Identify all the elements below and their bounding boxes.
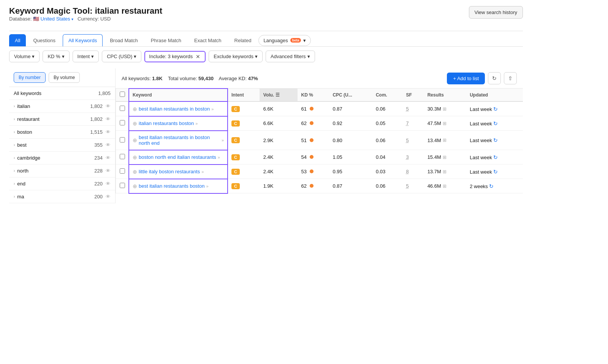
com-cell: 0.06 bbox=[372, 131, 402, 150]
col-com[interactable]: Com. bbox=[372, 89, 402, 101]
select-all-checkbox[interactable] bbox=[120, 92, 125, 97]
export-button[interactable]: ⇧ bbox=[504, 72, 517, 84]
col-updated[interactable]: Updated bbox=[466, 89, 523, 101]
keyword-cell: ⊕ italian restaurants boston » bbox=[129, 116, 228, 131]
keyword-link[interactable]: ⊕ best italian restaurants in boston » bbox=[133, 106, 224, 112]
col-intent[interactable]: Intent bbox=[228, 89, 260, 101]
summary-text: All keywords: 1.8K Total volume: 59,430 … bbox=[122, 76, 258, 81]
col-checkbox bbox=[116, 89, 129, 101]
refresh-icon[interactable]: ↻ bbox=[493, 137, 498, 143]
tab-exact-match[interactable]: Exact Match bbox=[188, 34, 227, 46]
kd-cell: 62 bbox=[298, 179, 329, 193]
results-icon: ⊞ bbox=[443, 106, 446, 112]
eye-icon: 👁 bbox=[106, 168, 111, 174]
plus-icon: ⊕ bbox=[133, 183, 137, 189]
title-prefix: Keyword Magic Tool: bbox=[9, 6, 93, 16]
chevron-right-icon: › bbox=[14, 130, 15, 134]
keyword-link[interactable]: ⊕ best italian restaurants boston » bbox=[133, 183, 224, 189]
cpc-cell: 1.05 bbox=[329, 150, 372, 165]
include-keywords-filter[interactable]: Include: 3 keywords ✕ bbox=[144, 51, 206, 62]
tab-related[interactable]: Related bbox=[229, 34, 257, 46]
plus-icon: ⊕ bbox=[133, 137, 137, 143]
row-checkbox[interactable] bbox=[116, 150, 129, 165]
advanced-filters-button[interactable]: Advanced filters ▾ bbox=[266, 51, 315, 62]
keyword-table-wrap: Keyword Intent Volu. ☰ KD % CPC (U... Co… bbox=[116, 89, 523, 193]
results-icon: ⊞ bbox=[443, 155, 446, 160]
col-volume[interactable]: Volu. ☰ bbox=[260, 89, 298, 101]
col-cpc[interactable]: CPC (U... bbox=[329, 89, 372, 101]
include-close-button[interactable]: ✕ bbox=[195, 54, 201, 60]
page-title: Keyword Magic Tool: italian restaurant bbox=[9, 6, 162, 16]
refresh-icon[interactable]: ↻ bbox=[489, 183, 494, 189]
refresh-button[interactable]: ↻ bbox=[488, 72, 501, 84]
sort-by-number-button[interactable]: By number bbox=[14, 72, 46, 83]
exclude-keywords-filter[interactable]: Exclude keywords ▾ bbox=[209, 51, 263, 62]
keyword-table: Keyword Intent Volu. ☰ KD % CPC (U... Co… bbox=[116, 89, 523, 193]
subtitle: Database: 🇺🇸 United States ▾ Currency: U… bbox=[9, 16, 162, 22]
plus-icon: ⊕ bbox=[133, 106, 137, 112]
intent-badge: C bbox=[231, 120, 240, 127]
sidebar-item-count: 220 bbox=[94, 181, 103, 187]
chevron-right-icon: › bbox=[14, 104, 15, 108]
col-sf[interactable]: SF bbox=[402, 89, 423, 101]
col-results[interactable]: Results bbox=[424, 89, 466, 101]
keyword-link[interactable]: ⊕ little italy boston restaurants » bbox=[133, 169, 224, 175]
intent-badge: C bbox=[231, 183, 240, 189]
row-checkbox[interactable] bbox=[116, 101, 129, 116]
plus-icon: ⊕ bbox=[133, 120, 137, 127]
sidebar-item-label: cambridge bbox=[17, 155, 40, 161]
refresh-icon[interactable]: ↻ bbox=[493, 169, 498, 175]
refresh-icon[interactable]: ↻ bbox=[493, 106, 498, 112]
sidebar-header: By number By volume bbox=[9, 68, 115, 87]
sidebar-item-cambridge[interactable]: › cambridge 234 👁 bbox=[9, 152, 115, 165]
row-checkbox[interactable] bbox=[116, 116, 129, 131]
country-link[interactable]: United States bbox=[41, 16, 70, 22]
keyword-link[interactable]: ⊕ boston north end italian restaurants » bbox=[133, 154, 224, 160]
row-checkbox[interactable] bbox=[116, 165, 129, 179]
updated-cell: Last week ↻ bbox=[466, 131, 523, 150]
sidebar-item-north[interactable]: › north 228 👁 bbox=[9, 165, 115, 177]
tabs-row: All Questions All Keywords Broad Match P… bbox=[9, 34, 523, 47]
volume-cell: 1.9K bbox=[260, 179, 298, 193]
refresh-icon[interactable]: ↻ bbox=[493, 154, 498, 160]
sidebar-item-ma[interactable]: › ma 200 👁 bbox=[9, 190, 115, 203]
intent-cell: C bbox=[228, 116, 260, 131]
col-keyword[interactable]: Keyword bbox=[129, 89, 228, 101]
add-to-list-button[interactable]: + Add to list bbox=[447, 73, 485, 84]
tab-languages[interactable]: Languages beta ▾ bbox=[258, 35, 311, 46]
sort-by-volume-button[interactable]: By volume bbox=[49, 72, 80, 83]
tab-broad-match[interactable]: Broad Match bbox=[104, 34, 144, 46]
tab-all-keywords[interactable]: All Keywords bbox=[63, 34, 103, 46]
view-history-button[interactable]: View search history bbox=[469, 6, 523, 19]
sidebar-item-label: All keywords bbox=[14, 90, 41, 96]
table-row: ⊕ best italian restaurants boston » C 1.… bbox=[116, 179, 523, 193]
sidebar-item-restaurant[interactable]: › restaurant 1,802 👁 bbox=[9, 113, 115, 126]
row-checkbox[interactable] bbox=[116, 131, 129, 150]
cpc-filter[interactable]: CPC (USD) ▾ bbox=[102, 51, 141, 62]
tab-phrase-match[interactable]: Phrase Match bbox=[145, 34, 187, 46]
volume-filter[interactable]: Volume ▾ bbox=[9, 51, 40, 62]
keyword-link[interactable]: ⊕ best italian restaurants in boston nor… bbox=[133, 135, 224, 146]
intent-filter[interactable]: Intent ▾ bbox=[73, 51, 99, 62]
chevron-down-icon: ▾ bbox=[134, 54, 136, 59]
sidebar-item-boston[interactable]: › boston 1,515 👁 bbox=[9, 126, 115, 139]
sidebar-item-best[interactable]: › best 355 👁 bbox=[9, 139, 115, 152]
sf-cell: 5 bbox=[402, 179, 423, 193]
chevron-right-icon: › bbox=[14, 117, 15, 121]
sidebar-item-italian[interactable]: › italian 1,802 👁 bbox=[9, 100, 115, 113]
row-checkbox[interactable] bbox=[116, 179, 129, 193]
tab-all[interactable]: All bbox=[9, 34, 26, 46]
sidebar-item-end[interactable]: › end 220 👁 bbox=[9, 177, 115, 190]
updated-cell: Last week ↻ bbox=[466, 101, 523, 116]
double-arrow-icon: » bbox=[211, 107, 214, 111]
sidebar-item-all-keywords[interactable]: All keywords 1,805 bbox=[9, 87, 115, 100]
tab-questions[interactable]: Questions bbox=[27, 34, 61, 46]
refresh-icon[interactable]: ↻ bbox=[493, 120, 498, 127]
col-kd[interactable]: KD % bbox=[298, 89, 329, 101]
kd-cell: 54 bbox=[298, 150, 329, 165]
keyword-link[interactable]: ⊕ italian restaurants boston » bbox=[133, 120, 224, 127]
volume-cell: 2.4K bbox=[260, 165, 298, 179]
kd-filter[interactable]: KD % ▾ bbox=[43, 51, 69, 62]
sidebar-item-count: 234 bbox=[94, 155, 103, 161]
kd-dot bbox=[310, 121, 314, 125]
